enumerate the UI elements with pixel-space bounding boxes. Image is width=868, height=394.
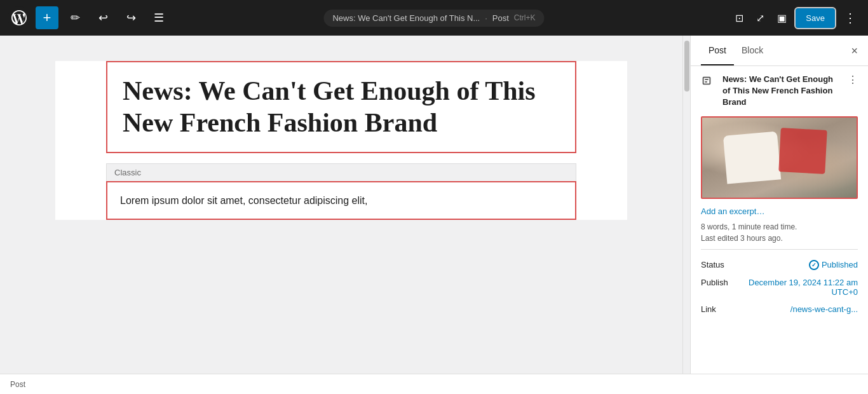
sidebar-content: News: We Can't Get Enough of This New Fr… (691, 66, 868, 374)
statusbar-label: Post (10, 380, 25, 389)
breadcrumb-pill[interactable]: News: We Can't Get Enough of This N... ·… (323, 10, 544, 27)
document-icon (701, 75, 712, 86)
featured-image[interactable] (701, 116, 858, 199)
editor-scrollbar[interactable] (682, 36, 690, 374)
publish-row: Publish December 19, 2024 11:22 am UTC+0 (701, 274, 858, 301)
scroll-thumb (684, 41, 689, 92)
add-excerpt-link[interactable]: Add an excerpt… (701, 207, 858, 216)
classic-block-label: Classic (106, 163, 576, 181)
status-value[interactable]: Published (809, 260, 858, 270)
redo-button[interactable]: ↪ (119, 6, 142, 29)
title-block[interactable]: News: We Can't Get Enough of This New Fr… (106, 61, 576, 153)
featured-image-inner (702, 118, 857, 198)
tab-post[interactable]: Post (701, 36, 734, 65)
sidebar-tabs: Post Block (701, 36, 851, 65)
toolbar-center: News: We Can't Get Enough of This N... ·… (323, 10, 544, 27)
more-options-button[interactable]: ⋮ (840, 8, 860, 28)
breadcrumb-sep: · (485, 13, 487, 23)
status-row: Status Published (701, 256, 858, 274)
breadcrumb-post: Post (492, 13, 509, 23)
status-label: Status (701, 260, 724, 269)
post-preview-icon (701, 75, 716, 90)
post-title[interactable]: News: We Can't Get Enough of This New Fr… (123, 75, 560, 139)
content-block[interactable]: Lorem ipsum dolor sit amet, consectetur … (106, 181, 576, 221)
breadcrumb-title: News: We Can't Get Enough of This N... (332, 13, 480, 23)
status-check-icon (809, 260, 819, 270)
words-info: 8 words, 1 minute read time. (701, 222, 858, 231)
save-button[interactable]: Save (796, 8, 835, 28)
editor-wrapper: News: We Can't Get Enough of This New Fr… (0, 36, 690, 374)
publish-value[interactable]: December 19, 2024 11:22 am UTC+0 (728, 278, 858, 297)
last-edited: Last edited 3 hours ago. (701, 234, 858, 243)
fullscreen-icon[interactable]: ⤢ (752, 8, 768, 28)
editor-area: News: We Can't Get Enough of This New Fr… (0, 36, 682, 374)
status-text: Published (822, 260, 858, 269)
view-icon[interactable]: ⊡ (731, 8, 747, 28)
content-text: Lorem ipsum dolor sit amet, consectetur … (120, 193, 562, 209)
sidebar-toggle-icon[interactable]: ▣ (773, 8, 790, 28)
link-label: Link (701, 304, 716, 314)
link-value[interactable]: /news-we-cant-g... (790, 304, 858, 314)
breadcrumb-shortcut: Ctrl+K (514, 13, 536, 22)
sidebar-close-button[interactable]: × (851, 45, 858, 57)
publish-label: Publish (701, 278, 728, 287)
editor-canvas: News: We Can't Get Enough of This New Fr… (55, 61, 627, 220)
add-block-button[interactable]: + (36, 6, 58, 29)
sidebar: Post Block × News: We Can't Get Enough o… (690, 36, 868, 374)
sidebar-header: Post Block × (691, 36, 868, 66)
post-preview-title: News: We Can't Get Enough of This New Fr… (722, 74, 841, 109)
wp-icon (11, 10, 27, 25)
tab-block[interactable]: Block (734, 36, 771, 65)
main: News: We Can't Get Enough of This New Fr… (0, 36, 868, 374)
post-preview-row: News: We Can't Get Enough of This New Fr… (701, 74, 858, 109)
edit-tool-button[interactable]: ✏ (64, 6, 86, 29)
list-view-button[interactable]: ☰ (147, 6, 170, 29)
fashion-image (702, 118, 857, 198)
toolbar-left: + ✏ ↩ ↪ ☰ (8, 6, 170, 29)
link-row: Link /news-we-cant-g... (701, 301, 858, 318)
toolbar: + ✏ ↩ ↪ ☰ News: We Can't Get Enough of T… (0, 0, 868, 36)
statusbar: Post (0, 374, 868, 394)
undo-button[interactable]: ↩ (92, 6, 114, 29)
wordpress-logo[interactable] (8, 6, 31, 29)
toolbar-right: ⊡ ⤢ ▣ Save ⋮ (731, 8, 860, 28)
divider-1 (701, 249, 858, 250)
post-preview-more-button[interactable]: ⋮ (848, 74, 858, 86)
